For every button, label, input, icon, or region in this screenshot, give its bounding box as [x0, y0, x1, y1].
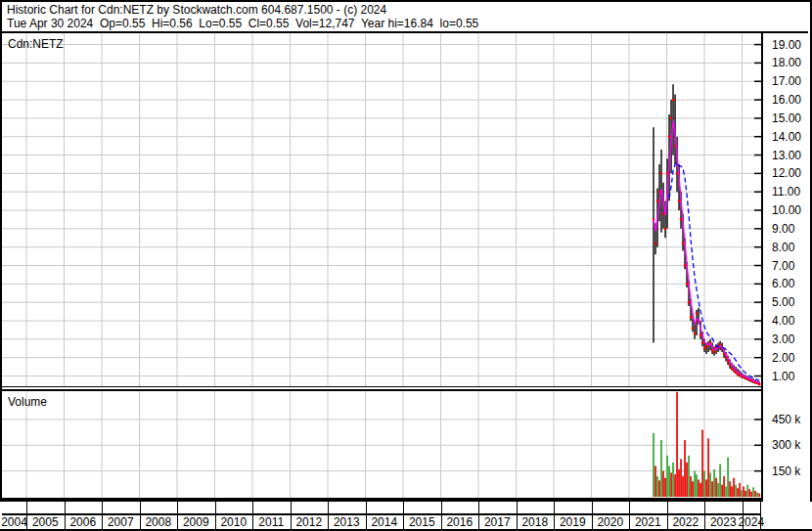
year-label: 2014 — [365, 515, 404, 529]
volume-bar — [696, 474, 698, 497]
price-axis-label: 15.00 — [772, 111, 801, 125]
short-moving-average-line — [654, 121, 759, 383]
price-axis-label: 8.00 — [772, 241, 794, 254]
volume-bar — [723, 476, 725, 497]
volume-bar — [676, 392, 678, 497]
chart-title: Historic Chart for Cdn:NETZ by Stockwatc… — [7, 3, 386, 18]
price-axis-label: 5.00 — [772, 295, 794, 309]
volume-bar — [756, 493, 758, 497]
price-axis-label: 2.00 — [772, 351, 794, 365]
close-marker-dot — [676, 172, 678, 174]
volume-bar — [658, 480, 660, 497]
year-label: 2015 — [402, 515, 441, 529]
volume-axis-label: 300 k — [772, 438, 800, 452]
year-label: 2019 — [553, 515, 592, 529]
year-label: 2022 — [666, 515, 705, 529]
close-marker-dot — [696, 312, 698, 314]
volume-bar — [744, 491, 746, 497]
volume-bar — [654, 465, 656, 497]
close-marker-dot — [690, 316, 692, 318]
volume-chart-panel: Volume — [2, 391, 761, 498]
volume-bar — [737, 488, 739, 497]
close-marker-dot — [682, 243, 684, 244]
symbol-label: Cdn:NETZ — [8, 37, 64, 51]
close-marker-dot — [660, 172, 662, 174]
close-marker-dot — [672, 99, 674, 101]
year-label: 2020 — [591, 515, 630, 529]
close-marker-dot — [688, 301, 690, 303]
close-marker-dot — [670, 117, 672, 119]
year-label: 2018 — [516, 515, 555, 529]
volume-bar — [707, 438, 709, 497]
year-label: 2007 — [101, 515, 140, 529]
volume-bar — [703, 471, 705, 497]
volume-bar — [694, 471, 696, 497]
volume-bar — [750, 492, 752, 497]
volume-bar — [711, 481, 713, 497]
volume-axis-label: 150 k — [772, 465, 800, 478]
year-label: 2008 — [139, 515, 178, 529]
volume-bar — [739, 483, 741, 497]
price-axis-label: 18.00 — [772, 56, 801, 69]
price-axis-label: 11.00 — [772, 185, 800, 199]
close-marker-dot — [662, 213, 664, 215]
close-marker-dot — [678, 199, 680, 201]
volume-bar — [690, 476, 692, 497]
price-axis-label: 9.00 — [772, 222, 794, 236]
price-chart-svg — [2, 33, 761, 386]
volume-bar — [684, 440, 686, 497]
close-marker-dot — [686, 283, 688, 285]
price-axis-label: 6.00 — [772, 277, 794, 290]
price-axis-label: 13.00 — [772, 149, 801, 162]
volume-bar — [729, 481, 731, 497]
price-panel-separator-line — [2, 386, 808, 387]
volume-bar — [748, 489, 750, 497]
volume-bar — [672, 463, 674, 497]
year-label: 2017 — [477, 515, 517, 529]
volume-bar — [670, 472, 672, 497]
close-marker-dot — [656, 199, 658, 201]
close-marker-dot — [694, 332, 696, 334]
price-axis-label: 19.00 — [772, 38, 801, 52]
volume-bar — [719, 465, 721, 497]
right-axis-label-column: 19.0018.0017.0016.0015.0014.0013.0012.00… — [763, 33, 810, 529]
x-axis-area: 2004200520062007200820092010201120122013… — [0, 502, 812, 529]
title-bar: Historic Chart for Cdn:NETZ by Stockwatc… — [2, 2, 808, 33]
year-label: 2024 — [732, 515, 771, 529]
volume-label: Volume — [8, 395, 47, 409]
volume-bar — [727, 458, 729, 497]
volume-bar — [680, 459, 682, 497]
volume-bar — [754, 491, 756, 497]
price-axis-label: 7.00 — [772, 259, 794, 273]
volume-bar — [713, 469, 715, 497]
year-label: 2021 — [628, 515, 667, 529]
price-axis-label: 1.00 — [772, 370, 794, 383]
close-marker-dot — [668, 136, 670, 138]
price-axis-label: 12.00 — [772, 166, 801, 180]
year-label: 2009 — [176, 515, 215, 529]
volume-bar — [721, 485, 723, 497]
year-label: 2016 — [440, 515, 479, 529]
volume-bar — [660, 440, 662, 497]
close-marker-dot — [654, 243, 656, 244]
volume-bar — [715, 478, 717, 497]
year-label: 2011 — [251, 515, 291, 529]
volume-bar — [705, 479, 707, 497]
volume-axis-label: 450 k — [772, 413, 800, 426]
volume-bar — [758, 493, 760, 497]
close-marker-dot — [664, 228, 666, 230]
volume-bar — [668, 465, 670, 497]
year-label: 2006 — [64, 515, 103, 529]
close-marker-dot — [699, 334, 701, 336]
volume-bar — [733, 478, 735, 497]
price-axis-label: 16.00 — [772, 93, 801, 107]
volume-bar — [725, 486, 727, 497]
volume-bar — [664, 478, 666, 497]
close-marker-dot — [701, 341, 703, 343]
volume-bar — [688, 456, 690, 497]
price-axis-label: 17.00 — [772, 74, 801, 88]
volume-bar — [741, 490, 743, 497]
price-axis-label: 4.00 — [772, 314, 794, 328]
year-label: 2005 — [25, 515, 65, 529]
volume-bar — [743, 486, 744, 497]
